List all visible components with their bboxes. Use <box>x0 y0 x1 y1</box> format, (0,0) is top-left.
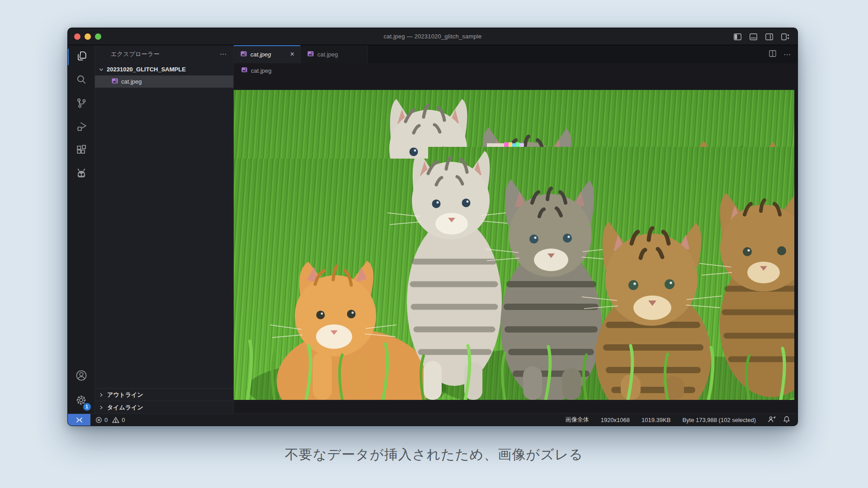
settings-button[interactable]: 1 <box>68 388 95 413</box>
notifications-bell-icon[interactable] <box>783 416 790 424</box>
more-actions-icon[interactable]: ⋯ <box>783 50 791 59</box>
ai-assistant-icon <box>75 167 88 182</box>
files-icon <box>75 50 87 64</box>
activity-run-debug-button[interactable] <box>68 116 95 139</box>
close-tab-icon[interactable]: × <box>289 50 296 58</box>
vscode-window: cat.jpeg — 20231020_glitch_sample <box>67 28 798 426</box>
status-byte-selection[interactable]: Byte 173,988 (102 selected) <box>682 417 756 423</box>
account-button[interactable] <box>68 365 95 388</box>
chevron-down-icon <box>99 67 104 72</box>
outline-section-label: アウトライン <box>107 391 143 399</box>
activity-search-button[interactable] <box>68 69 95 92</box>
search-icon <box>75 74 87 87</box>
extensions-icon <box>75 144 87 158</box>
timeline-section-header[interactable]: タイムライン <box>95 401 233 413</box>
chevron-right-icon <box>99 392 104 398</box>
glitched-cat-image <box>234 90 794 400</box>
file-row-cat-jpeg[interactable]: cat.jpeg <box>95 75 233 88</box>
remote-indicator-button[interactable] <box>68 414 90 426</box>
folder-name: 20231020_GLITCH_SAMPLE <box>107 66 186 73</box>
activity-extensions-button[interactable] <box>68 139 95 163</box>
tab-cat-jpeg-inactive[interactable]: cat.jpeg <box>301 45 368 63</box>
outline-section-header[interactable]: アウトライン <box>95 388 233 401</box>
warning-count: 0 <box>122 417 125 423</box>
layout-customize-icon[interactable] <box>781 33 789 40</box>
file-name: cat.jpeg <box>121 78 142 85</box>
image-file-icon <box>111 77 118 86</box>
settings-badge: 1 <box>83 403 91 411</box>
image-file-icon <box>241 66 248 75</box>
problems-status-button[interactable]: 0 0 <box>95 417 125 423</box>
image-file-icon <box>307 50 314 59</box>
remote-icon <box>76 417 83 423</box>
layout-panel-icon[interactable] <box>750 33 757 40</box>
error-count: 0 <box>104 417 108 423</box>
sidebar-more-actions-button[interactable]: ⋯ <box>220 50 227 58</box>
caption-text: 不要なデータが挿入されたため、画像がズレる <box>0 446 868 464</box>
feedback-icon[interactable] <box>768 416 776 424</box>
layout-sidebar-left-icon[interactable] <box>734 33 741 40</box>
tab-cat-jpeg-active[interactable]: cat.jpeg × <box>234 45 301 63</box>
layout-sidebar-right-icon[interactable] <box>765 33 773 40</box>
window-title: cat.jpeg — 20231020_glitch_sample <box>68 33 797 40</box>
errors-icon <box>95 417 102 423</box>
status-bar: 0 0 画像全体 1920x1068 1019.39KB Byte 173,98… <box>68 413 797 426</box>
status-image-mode[interactable]: 画像全体 <box>566 416 589 424</box>
status-image-dimensions[interactable]: 1920x1068 <box>601 417 630 423</box>
titlebar: cat.jpeg — 20231020_glitch_sample <box>68 28 797 45</box>
timeline-section-label: タイムライン <box>107 404 143 412</box>
tab-bar: cat.jpeg × cat.jpeg ⋯ <box>234 45 797 63</box>
explorer-sidebar: エクスプローラー ⋯ 20231020_GLITCH_SAMPLE cat.jp… <box>95 45 234 413</box>
breadcrumb[interactable]: cat.jpeg <box>234 63 797 78</box>
breadcrumb-item: cat.jpeg <box>251 67 272 74</box>
chevron-right-icon <box>99 405 104 410</box>
tab-label: cat.jpeg <box>317 51 363 58</box>
activity-explorer-button[interactable] <box>68 45 95 69</box>
run-debug-icon <box>75 121 87 134</box>
editor-area: cat.jpeg × cat.jpeg ⋯ <box>234 45 797 413</box>
status-file-size[interactable]: 1019.39KB <box>642 417 670 423</box>
split-editor-icon[interactable] <box>769 50 776 59</box>
activity-bar: 1 <box>68 45 95 413</box>
account-icon <box>75 369 88 384</box>
activity-ai-assistant-button[interactable] <box>68 163 95 186</box>
sidebar-title: エクスプローラー <box>111 50 220 58</box>
source-control-icon <box>75 97 87 111</box>
image-file-icon <box>240 50 247 59</box>
tab-label: cat.jpeg <box>250 51 286 58</box>
folder-row[interactable]: 20231020_GLITCH_SAMPLE <box>95 63 233 75</box>
warnings-icon <box>112 417 119 423</box>
activity-source-control-button[interactable] <box>68 92 95 116</box>
image-preview[interactable] <box>234 90 794 400</box>
